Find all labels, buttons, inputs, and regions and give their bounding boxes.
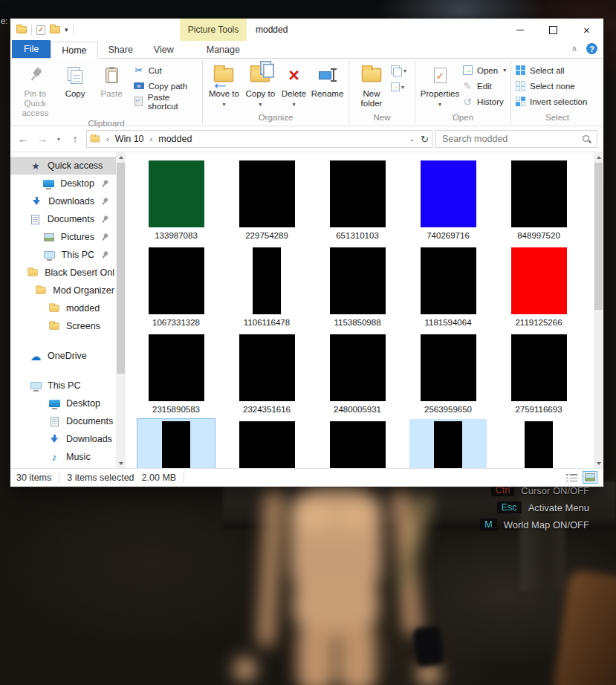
address-dropdown-icon[interactable]: ⌄ — [409, 135, 415, 143]
file-item[interactable] — [312, 419, 403, 468]
file-thumbnail[interactable] — [330, 334, 386, 401]
file-thumbnail[interactable] — [239, 160, 295, 227]
sidebar-item-modded[interactable]: modded — [10, 299, 116, 317]
file-item[interactable]: 133987083 — [131, 158, 221, 245]
tab-home[interactable]: Home — [51, 42, 97, 59]
file-item[interactable]: 1153850988 — [312, 245, 403, 332]
copy-to-button[interactable]: Copy to — [242, 60, 279, 108]
edit-button[interactable]: ✎ Edit — [461, 79, 506, 92]
file-item[interactable]: 2315890583 — [131, 332, 221, 419]
breadcrumb-root[interactable]: Win 10 — [115, 134, 144, 144]
file-list-scrollbar[interactable] — [594, 152, 603, 468]
minimize-button[interactable] — [503, 19, 536, 41]
sidebar-scrollbar[interactable] — [116, 152, 126, 468]
properties-button[interactable]: Properties — [418, 60, 461, 108]
sidebar-item-pictures[interactable]: Pictures — [10, 228, 116, 246]
breadcrumb-current[interactable]: modded — [158, 134, 192, 144]
file-item[interactable]: 740269716 — [403, 158, 493, 245]
file-thumbnail-wrap[interactable] — [409, 245, 487, 316]
move-to-button[interactable]: ← Move to — [206, 60, 242, 108]
file-thumbnail[interactable] — [330, 421, 386, 468]
folder-icon[interactable] — [16, 26, 27, 33]
file-item[interactable] — [493, 419, 584, 468]
sidebar-item-black-desert-onl[interactable]: Black Desert Onl — [10, 264, 116, 282]
file-item[interactable] — [403, 419, 493, 468]
file-item[interactable]: 2480005931 — [312, 332, 403, 419]
file-item[interactable]: 2324351616 — [221, 332, 312, 419]
forward-icon[interactable]: → — [34, 131, 51, 147]
sidebar-item-downloads[interactable]: Downloads — [10, 192, 116, 210]
file-item[interactable] — [131, 419, 221, 468]
sidebar-item-quick-access[interactable]: ★Quick access — [10, 157, 116, 175]
file-thumbnail[interactable] — [330, 160, 386, 227]
file-thumbnail[interactable] — [149, 160, 204, 227]
file-thumbnail-wrap[interactable] — [500, 245, 577, 316]
scrollbar-thumb[interactable] — [594, 163, 603, 310]
file-thumbnail-wrap[interactable] — [319, 158, 396, 230]
file-item[interactable]: 651310103 — [312, 158, 403, 245]
file-thumbnail-wrap[interactable] — [500, 419, 577, 468]
invert-selection-button[interactable]: Invert selection — [514, 95, 587, 108]
file-thumbnail[interactable] — [421, 160, 476, 227]
scrollbar-thumb[interactable] — [117, 163, 125, 374]
sidebar-item-this-pc[interactable]: This PC — [10, 377, 116, 395]
file-thumbnail-wrap[interactable] — [500, 332, 577, 403]
file-item[interactable]: 2759116693 — [493, 332, 584, 419]
large-icons-view-icon[interactable] — [583, 471, 597, 484]
file-thumbnail[interactable] — [239, 334, 295, 401]
sidebar-item-desktop[interactable]: Desktop — [10, 395, 116, 412]
scroll-up-icon[interactable] — [116, 152, 126, 162]
file-thumbnail[interactable] — [239, 421, 295, 468]
sidebar-item-desktop[interactable]: Desktop — [10, 175, 116, 192]
file-thumbnail-wrap[interactable] — [137, 245, 215, 316]
file-thumbnail-wrap[interactable] — [319, 332, 396, 403]
select-all-button[interactable]: Select all — [514, 64, 587, 77]
cut-button[interactable]: ✂ Cut — [133, 64, 199, 77]
file-thumbnail-wrap[interactable] — [500, 158, 577, 230]
file-thumbnail-wrap[interactable] — [319, 419, 396, 468]
new-item-button[interactable]: ▾ — [391, 64, 406, 77]
file-thumbnail-wrap[interactable] — [409, 158, 487, 230]
sidebar-item-downloads[interactable]: Downloads — [10, 430, 116, 448]
sidebar-item-onedrive[interactable]: ☁OneDrive — [10, 347, 116, 365]
sidebar-item-documents[interactable]: Documents — [10, 412, 116, 430]
help-icon[interactable]: ? — [586, 43, 597, 54]
picture-tools-contextual-tab[interactable]: Picture Tools — [180, 19, 247, 41]
ribbon-collapse-icon[interactable]: ∧ — [571, 44, 577, 53]
history-button[interactable]: ↺ History — [461, 95, 506, 108]
file-thumbnail[interactable] — [330, 247, 386, 314]
tab-file[interactable]: File — [12, 40, 51, 58]
scroll-down-icon[interactable] — [116, 458, 126, 468]
maximize-button[interactable] — [536, 19, 570, 41]
sidebar-item-screens[interactable]: Screens — [10, 317, 116, 335]
search-box[interactable] — [435, 130, 597, 148]
up-icon[interactable]: ↑ — [67, 131, 83, 147]
file-thumbnail[interactable] — [511, 334, 567, 401]
file-item[interactable]: 1181594064 — [403, 245, 493, 332]
search-input[interactable] — [442, 134, 577, 144]
file-thumbnail-wrap[interactable] — [409, 419, 487, 468]
select-none-button[interactable]: Select none — [514, 79, 587, 92]
file-thumbnail-wrap[interactable] — [228, 245, 305, 316]
sidebar-item-documents[interactable]: Documents — [10, 210, 116, 228]
file-thumbnail[interactable] — [421, 247, 476, 314]
file-thumbnail[interactable] — [162, 421, 190, 468]
file-item[interactable] — [221, 419, 312, 468]
refresh-icon[interactable]: ↻ — [421, 134, 429, 145]
properties-shortcut-icon[interactable] — [36, 25, 45, 35]
file-thumbnail-wrap[interactable] — [137, 158, 215, 230]
file-item[interactable]: 1067331328 — [131, 245, 221, 332]
file-thumbnail-wrap[interactable] — [319, 245, 396, 316]
file-thumbnail[interactable] — [525, 421, 553, 468]
sidebar-item-music[interactable]: ♪Music — [10, 448, 116, 466]
file-thumbnail-wrap[interactable] — [409, 332, 487, 403]
back-icon[interactable]: ← — [15, 131, 31, 147]
file-thumbnail[interactable] — [253, 247, 281, 314]
address-box[interactable]: › Win 10 › modded ⌄ ↻ — [86, 130, 432, 148]
file-thumbnail[interactable] — [511, 247, 567, 314]
file-thumbnail-wrap[interactable] — [137, 419, 215, 468]
file-thumbnail[interactable] — [511, 160, 567, 227]
file-thumbnail-wrap[interactable] — [228, 419, 305, 468]
tab-view[interactable]: View — [143, 41, 184, 58]
file-item[interactable]: 229754289 — [221, 158, 312, 245]
